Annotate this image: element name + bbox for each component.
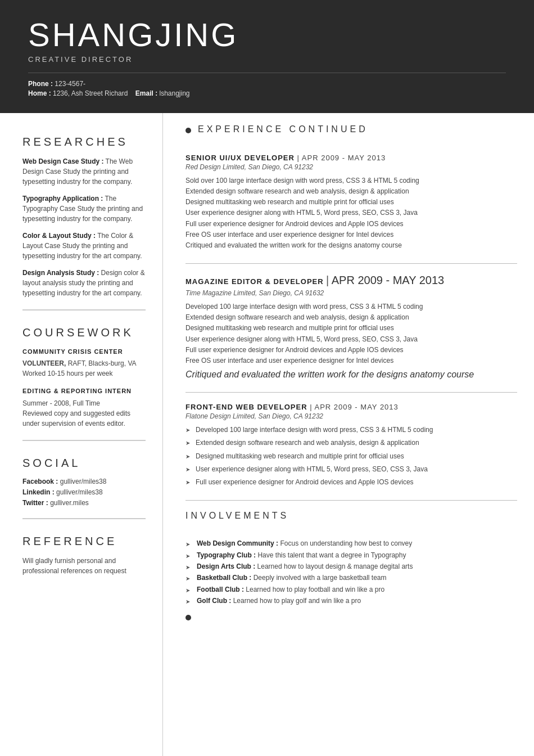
job3-bullet-list: Developed 100 large interface design wit… [185,425,517,488]
left-divider-2 [22,440,146,441]
researches-title: Researches [22,136,146,148]
left-column: Researches Web Design Case Study : The W… [0,113,163,756]
job3-bullet-2: Extended design software research and we… [185,438,517,448]
left-divider-3 [22,518,146,519]
linkedin-value: gulliver/miles38 [56,488,103,496]
job2-title: MAGAZINE EDITOR & DEVELOPER [185,277,324,286]
involvements-title: INVOLVEMENTS [185,511,289,521]
inv-item-6: Golf Club : Learned how to play golf and… [185,595,517,606]
header-contact: Phone : 123-4567- Home : 1236, Ash Stree… [28,80,506,97]
job3-date: APR 2009 - MAY 2013 [314,403,398,411]
inv-item-3: Design Arts Club : Learned how to layout… [185,561,517,572]
inv-text-6: Learned how to play golf and win like a … [233,597,361,605]
job1-pipe: | [297,154,302,162]
coursework-item-2: EDITING & REPORTING INTERN Summer - 2008… [22,386,146,429]
inv-item-2: Typography Club : Have this talent that … [185,550,517,561]
job1-date: APR 2009 - MAY 2013 [302,154,386,162]
job-entry-2: MAGAZINE EDITOR & DEVELOPER | APR 2009 -… [185,274,517,380]
research-item-1: Web Design Case Study : The Web Design C… [22,156,146,187]
exp-continued-title: EXPERIENCE CONTINUED [198,124,368,134]
job3-bullet-4: User experience designer along with HTML… [185,464,517,475]
research-label-3: Color & Layout Study : [22,232,96,240]
job2-date: APR 2009 - MAY 2013 [332,274,445,286]
phone-row: Phone : 123-4567- [28,80,506,88]
research-item-4: Design Analysis Study : Design color & l… [22,268,146,298]
job3-bullet-1: Developed 100 large interface design wit… [185,425,517,435]
coursework-item-1: COMMUNITY CRISIS CENTER VOLUNTEER, RAFT,… [22,347,146,379]
job1-title: SENIOR UI/UX DEVELOPER [185,154,295,162]
social-linkedin: Linkedin : gulliver/miles38 [22,488,146,496]
right-column: EXPERIENCE CONTINUED SENIOR UI/UX DEVELO… [163,113,534,756]
home-value: 1236, Ash Street Richard [53,89,128,97]
left-divider-1 [22,309,146,310]
exp-continued-header: EXPERIENCE CONTINUED [185,124,517,143]
job2-desc-line4: User experience designer along with HTML… [185,334,517,345]
job2-title-block: MAGAZINE EDITOR & DEVELOPER | APR 2009 -… [185,274,517,287]
inv-item-5: Football Club : Learned how to play foot… [185,584,517,595]
header-title: CREATIVE DIRECTOR [28,55,506,64]
inv-label-5: Football Club : [197,586,244,593]
header-divider [28,73,506,73]
job1-desc-line1: Sold over 100 large interface design wit… [185,176,517,186]
social-facebook: Facebook : gulliver/miles38 [22,478,146,485]
involvements-header: INVOLVEMENTS [185,511,517,530]
inv-item-4: Basketball Club : Deeply involved with a… [185,572,517,583]
research-item-2: Typography Application : The Typography … [22,194,146,224]
social-twitter: Twitter : gulliver.miles [22,499,146,507]
phone-label: Phone : [28,80,53,88]
right-divider-2 [185,392,517,393]
job1-desc: Sold over 100 large interface design wit… [185,176,517,251]
linkedin-label: Linkedin : [22,488,55,496]
twitter-label: Twitter : [22,499,48,507]
inv-text-1: Focus on understanding how best to conve… [280,539,412,547]
job1-desc-line7: Critiqued and evaluated the written work… [185,240,517,251]
bullet-dot-bottom [185,615,191,620]
facebook-label: Facebook : [22,478,58,485]
coursework-role-bold-1: VOLUNTEER, [22,359,66,367]
job-entry-1: SENIOR UI/UX DEVELOPER | APR 2009 - MAY … [185,154,517,251]
job1-desc-line3: Designed multitasking web research and m… [185,197,517,208]
job1-company: Red Design Limited, San Diego, CA 91232 [185,163,517,171]
job2-desc-line2: Extended design software research and we… [185,312,517,323]
header-section: SHANGJING CREATIVE DIRECTOR Phone : 123-… [0,0,534,113]
job3-title: FRONT-END WEB DEVELOPER [185,403,307,411]
inv-label-4: Basketball Club : [197,574,251,582]
research-item-3: Color & Layout Study : The Color & Layou… [22,231,146,261]
job3-bullet-5: Full user experience designer for Androi… [185,477,517,488]
header-name: SHANGJING [28,17,506,53]
reference-section-title: REFERENCE [22,535,146,548]
bullet-dot-exp [185,128,191,133]
inv-text-2: Have this talent that want a degree in T… [257,551,406,559]
job3-title-line: FRONT-END WEB DEVELOPER | APR 2009 - MAY… [185,403,517,411]
job1-desc-line6: Free OS user interface and user experien… [185,230,517,240]
job1-desc-line4: User experience designer along with HTML… [185,208,517,218]
main-layout: Researches Web Design Case Study : The W… [0,113,534,756]
inv-text-3: Learned how to layout design & manage de… [257,562,413,570]
email-label: Email : [135,89,157,97]
inv-text-5: Learned how to play football and win lik… [246,586,384,593]
research-label-4: Design Analysis Study : [22,269,99,277]
phone-value: 123-4567- [55,80,85,88]
job2-desc-line3: Designed multitasking web research and m… [185,323,517,334]
research-label-2: Typography Application : [22,195,103,202]
job3-bullet-3: Designed multitasking web research and m… [185,451,517,462]
coursework-detail-1: Worked 10-15 hours per week [22,368,146,379]
coursework-heading-1: COMMUNITY CRISIS CENTER [22,347,146,357]
inv-text-4: Deeply involved with a large basketball … [254,574,387,582]
home-label: Home : [28,89,51,97]
job3-company: Flatone Design Limited, San Diego, CA 91… [185,412,517,420]
job2-italic-text: Critiqued and evaluated the written work… [185,370,517,380]
inv-item-1: Web Design Community : Focus on understa… [185,538,517,549]
job-entry-3: FRONT-END WEB DEVELOPER | APR 2009 - MAY… [185,403,517,488]
job1-desc-line5: Full user experience designer for Androi… [185,219,517,230]
coursework-role-rest-1: RAFT, Blacks-burg, VA [68,359,137,367]
job-title-1: SENIOR UI/UX DEVELOPER | APR 2009 - MAY … [185,154,517,162]
coursework-heading-2: EDITING & REPORTING INTERN [22,386,146,396]
right-divider-3 [185,500,517,501]
inv-label-2: Typography Club : [197,551,256,559]
right-divider-1 [185,263,517,264]
facebook-value: gulliver/miles38 [60,478,107,485]
coursework-role-1: VOLUNTEER, RAFT, Blacks-burg, VA [22,358,146,368]
research-label-1: Web Design Case Study : [22,158,103,165]
inv-label-1: Web Design Community : [197,539,278,547]
